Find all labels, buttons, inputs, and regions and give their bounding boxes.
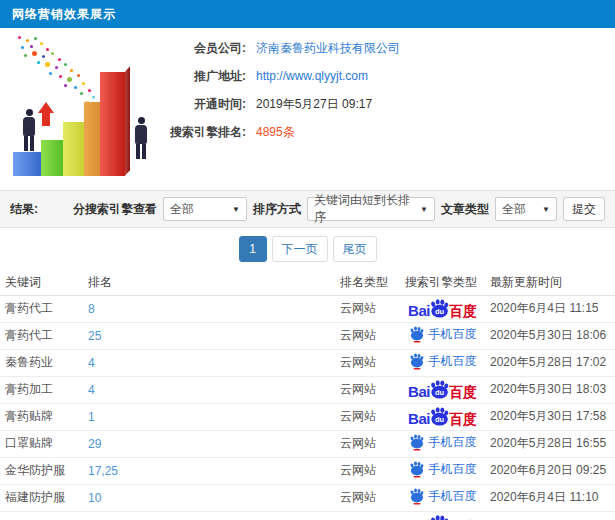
chevron-down-icon: ▼ bbox=[420, 205, 428, 214]
engine-cell: 手机百度 bbox=[400, 457, 485, 484]
header-rank: 排名 bbox=[83, 270, 335, 295]
businessman-figure-right bbox=[134, 117, 148, 159]
account-info-section: 会员公司: 济南秦鲁药业科技有限公司 推广地址: http://www.qlyy… bbox=[0, 28, 615, 190]
sort-filter-select[interactable]: 关键词由短到长排序 ▼ bbox=[307, 197, 435, 221]
page-1-button[interactable]: 1 bbox=[239, 236, 267, 262]
article-type-label: 文章类型 bbox=[441, 201, 489, 218]
rank-link[interactable]: 1 bbox=[88, 410, 95, 424]
rank-link[interactable]: 25 bbox=[88, 329, 101, 343]
updated-time-text: 2020年6月20日 09:25 bbox=[490, 463, 606, 477]
open-time-row: 开通时间: 2019年5月27日 09:17 bbox=[168, 90, 400, 118]
baidu-paw-icon: du bbox=[429, 515, 450, 520]
updated-time-text: 2020年6月4日 11:10 bbox=[490, 490, 599, 504]
promo-url-row: 推广地址: http://www.qlyyjt.com bbox=[168, 62, 400, 90]
baidu-mobile-logo: 手机百度 bbox=[409, 488, 477, 505]
baidu-mobile-logo: 手机百度 bbox=[409, 461, 477, 478]
growth-arrow-icon bbox=[38, 102, 54, 113]
engine-filter-select[interactable]: 全部 ▼ bbox=[163, 197, 247, 221]
rank-link[interactable]: 17,25 bbox=[88, 464, 118, 478]
table-row: 膏药代工 8 云网站 Bai du 百度 2020年6月4日 11:15 bbox=[0, 295, 615, 322]
table-body: 膏药代工 8 云网站 Bai du 百度 2020年6月4日 11:15 膏药代… bbox=[0, 295, 615, 520]
baidu-pc-logo: Bai du 百度 bbox=[408, 407, 477, 426]
engine-cell: 手机百度 bbox=[400, 430, 485, 457]
svg-text:du: du bbox=[435, 387, 445, 396]
promo-url-link[interactable]: http://www.qlyyjt.com bbox=[256, 69, 368, 83]
rank-type-text: 云网站 bbox=[340, 301, 376, 315]
updated-time-text: 2020年5月30日 18:06 bbox=[490, 328, 606, 342]
updated-time-text: 2020年5月30日 18:03 bbox=[490, 382, 606, 396]
baidu-paw-icon bbox=[409, 353, 425, 370]
keyword-text: 膏药贴牌 bbox=[5, 409, 53, 423]
article-type-value: 全部 bbox=[502, 201, 526, 218]
baidu-paw-icon bbox=[409, 434, 425, 451]
businessman-figure-left bbox=[22, 109, 36, 151]
updated-time-text: 2020年6月4日 11:15 bbox=[490, 301, 599, 315]
illustration-bar-red bbox=[100, 72, 125, 176]
account-info-fields: 会员公司: 济南秦鲁药业科技有限公司 推广地址: http://www.qlyy… bbox=[168, 34, 400, 146]
chevron-down-icon: ▼ bbox=[542, 205, 550, 214]
member-company-link[interactable]: 济南秦鲁药业科技有限公司 bbox=[256, 40, 400, 57]
submit-button[interactable]: 提交 bbox=[563, 197, 605, 221]
member-company-label: 会员公司: bbox=[168, 40, 246, 57]
next-page-button[interactable]: 下一页 bbox=[272, 236, 328, 262]
promo-url-label: 推广地址: bbox=[168, 68, 246, 85]
window-titlebar: 网络营销效果展示 bbox=[0, 0, 615, 28]
header-engine-type: 搜索引擎类型 bbox=[400, 270, 485, 295]
rank-type-text: 云网站 bbox=[340, 409, 376, 423]
keyword-text: 膏药代工 bbox=[5, 328, 53, 342]
engine-cell: 手机百度 bbox=[400, 484, 485, 511]
keywords-table: 关键词 排名 排名类型 搜索引擎类型 最新更新时间 膏药代工 8 云网站 Bai… bbox=[0, 270, 615, 520]
baidu-paw-icon: du bbox=[429, 299, 450, 318]
marketing-report-page: 网络营销效果展示 会员公司: 济南秦鲁药业科技有限公司 推广地址: bbox=[0, 0, 615, 520]
updated-time-text: 2020年5月28日 16:55 bbox=[490, 436, 606, 450]
engine-cell: Bai du 百度 bbox=[400, 403, 485, 430]
baidu-paw-icon bbox=[409, 461, 425, 478]
open-time-label: 开通时间: bbox=[168, 96, 246, 113]
rank-link[interactable]: 29 bbox=[88, 437, 101, 451]
keyword-text: 膏药代工 bbox=[5, 301, 53, 315]
rank-type-text: 云网站 bbox=[340, 355, 376, 369]
table-row: 秦鲁药业 4 云网站 手机百度 2020年5月28日 17:02 bbox=[0, 349, 615, 376]
article-type-select[interactable]: 全部 ▼ bbox=[495, 197, 557, 221]
table-row: Bai du 百度 bbox=[0, 511, 615, 520]
updated-time-text: 2020年5月28日 17:02 bbox=[490, 355, 606, 369]
engine-cell: Bai du 百度 bbox=[400, 376, 485, 403]
updated-time-text: 2020年5月30日 17:58 bbox=[490, 409, 606, 423]
filter-bar: 结果: 分搜索引擎查看 全部 ▼ 排序方式 关键词由短到长排序 ▼ 文章类型 全… bbox=[0, 190, 615, 228]
engine-rank-count-value: 4895条 bbox=[256, 124, 295, 141]
table-row: 口罩贴牌 29 云网站 手机百度 2020年5月28日 16:55 bbox=[0, 430, 615, 457]
filter-controls: 分搜索引擎查看 全部 ▼ 排序方式 关键词由短到长排序 ▼ 文章类型 全部 ▼ … bbox=[73, 197, 605, 221]
rank-type-text: 云网站 bbox=[340, 436, 376, 450]
keyword-text: 膏药加工 bbox=[5, 382, 53, 396]
baidu-paw-icon bbox=[409, 488, 425, 505]
member-company-row: 会员公司: 济南秦鲁药业科技有限公司 bbox=[168, 34, 400, 62]
rank-link[interactable]: 10 bbox=[88, 491, 101, 505]
engine-cell: Bai du 百度 bbox=[400, 295, 485, 322]
last-page-button[interactable]: 尾页 bbox=[333, 236, 377, 262]
table-row: 膏药加工 4 云网站 Bai du 百度 2020年5月30日 18:03 bbox=[0, 376, 615, 403]
svg-text:du: du bbox=[435, 414, 445, 423]
chevron-down-icon: ▼ bbox=[232, 205, 240, 214]
pagination: 1 下一页 尾页 bbox=[0, 228, 615, 270]
rank-type-text: 云网站 bbox=[340, 382, 376, 396]
sort-filter-label: 排序方式 bbox=[253, 201, 301, 218]
page-title: 网络营销效果展示 bbox=[12, 6, 116, 23]
table-row: 福建防护服 10 云网站 手机百度 2020年6月4日 11:10 bbox=[0, 484, 615, 511]
engine-filter-value: 全部 bbox=[170, 201, 194, 218]
baidu-pc-logo: Bai du 百度 bbox=[408, 515, 477, 520]
result-label: 结果: bbox=[10, 201, 38, 218]
baidu-pc-logo: Bai du 百度 bbox=[408, 380, 477, 399]
rank-link[interactable]: 8 bbox=[88, 302, 95, 316]
engine-cell: 手机百度 bbox=[400, 322, 485, 349]
marketing-chart-illustration bbox=[8, 32, 170, 184]
confetti-decoration bbox=[18, 36, 21, 39]
engine-cell: Bai du 百度 bbox=[400, 511, 485, 520]
rank-link[interactable]: 4 bbox=[88, 383, 95, 397]
keyword-text: 金华防护服 bbox=[5, 463, 65, 477]
baidu-mobile-logo: 手机百度 bbox=[409, 353, 477, 370]
table-row: 膏药代工 25 云网站 手机百度 2020年5月30日 18:06 bbox=[0, 322, 615, 349]
rank-link[interactable]: 4 bbox=[88, 356, 95, 370]
baidu-paw-icon: du bbox=[429, 380, 450, 399]
sort-filter-value: 关键词由短到长排序 bbox=[314, 192, 414, 226]
rank-type-text: 云网站 bbox=[340, 463, 376, 477]
